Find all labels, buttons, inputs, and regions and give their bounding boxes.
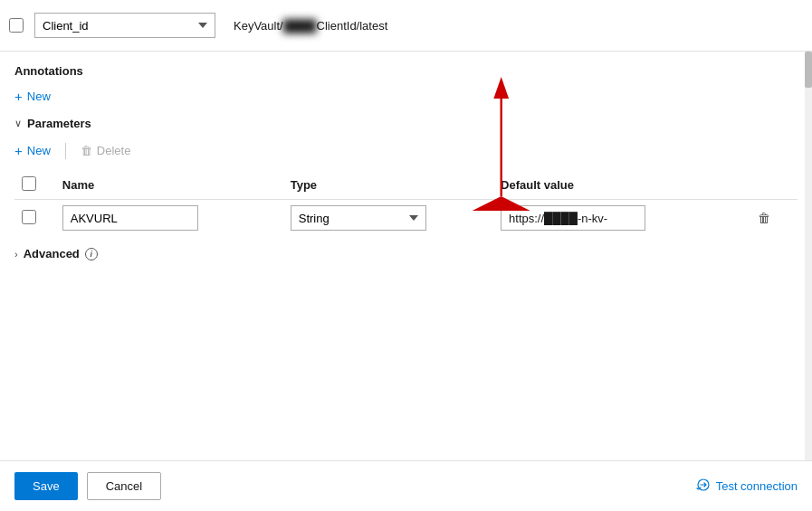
parameters-section: ∨ Parameters + New 🗑 Delete <box>14 117 798 236</box>
header-check-col <box>14 171 55 200</box>
row-delete-button[interactable]: 🗑 <box>754 209 774 227</box>
parameters-chevron-icon: ∨ <box>14 118 22 129</box>
top-row: Client_id KeyVault/████ClientId/latest <box>0 0 812 52</box>
row-name-input[interactable] <box>62 205 198 231</box>
advanced-info-icon: i <box>85 248 98 260</box>
test-connection-button[interactable]: Test connection <box>696 478 798 495</box>
parameters-header-row: Name Type Default value <box>14 171 798 200</box>
row-type-select[interactable]: String Int Float Bool Array Object <box>291 205 426 231</box>
keyvault-blurred: ████ <box>283 19 317 33</box>
parameters-table-body: String Int Float Bool Array Object <box>14 200 798 237</box>
test-connection-label: Test connection <box>716 479 798 493</box>
header-action-col <box>747 171 798 200</box>
advanced-chevron-icon: › <box>14 249 18 260</box>
parameters-plus-icon: + <box>14 143 23 158</box>
row-checkbox-cell <box>14 200 55 237</box>
header-type-col: Type <box>283 171 493 200</box>
test-connection-icon <box>696 478 711 495</box>
scrollbar-track <box>805 52 812 460</box>
advanced-label: Advanced <box>24 247 80 260</box>
row-name-cell <box>55 200 283 237</box>
row-type-cell: String Int Float Bool Array Object <box>283 200 493 237</box>
header-default-col: Default value <box>493 171 747 200</box>
row-default-input[interactable] <box>501 205 645 231</box>
table-row: String Int Float Bool Array Object <box>14 200 798 237</box>
footer: Save Cancel Test connection <box>0 460 812 511</box>
params-header-checkbox[interactable] <box>22 176 36 191</box>
parameters-table: Name Type Default value <box>14 171 798 236</box>
toolbar-separator <box>65 143 66 159</box>
parameters-delete-button[interactable]: 🗑 Delete <box>73 140 139 161</box>
footer-left: Save Cancel <box>14 472 161 500</box>
advanced-section[interactable]: › Advanced i <box>14 247 798 260</box>
keyvault-path-text: KeyVault/████ClientId/latest <box>234 19 387 33</box>
main-container: Client_id KeyVault/████ClientId/latest A… <box>0 0 812 511</box>
row-trash-icon: 🗑 <box>758 211 770 225</box>
row-action-cell: 🗑 <box>747 200 798 237</box>
content-area: Annotations + New ∨ Parameters + New 🗑 D… <box>0 52 812 460</box>
row-checkbox[interactable] <box>22 210 36 224</box>
parameters-toolbar: + New 🗑 Delete <box>14 139 798 162</box>
top-row-checkbox[interactable] <box>9 18 24 33</box>
client-id-dropdown[interactable]: Client_id <box>34 13 215 38</box>
cancel-button[interactable]: Cancel <box>87 472 161 500</box>
header-name-col: Name <box>55 171 283 200</box>
parameters-label: Parameters <box>27 117 91 130</box>
trash-icon: 🗑 <box>81 144 92 157</box>
scrollbar-thumb[interactable] <box>805 52 812 88</box>
save-button[interactable]: Save <box>14 472 78 500</box>
row-default-cell <box>493 200 747 237</box>
annotations-new-label: New <box>27 90 51 103</box>
annotations-new-button[interactable]: + New <box>14 85 51 108</box>
parameters-new-label: New <box>27 144 51 157</box>
parameters-delete-label: Delete <box>97 144 131 157</box>
parameters-new-button[interactable]: + New <box>14 139 58 162</box>
annotations-plus-icon: + <box>14 89 23 104</box>
parameters-table-header: Name Type Default value <box>14 171 798 200</box>
parameters-section-header[interactable]: ∨ Parameters <box>14 117 798 130</box>
annotations-label: Annotations <box>14 64 798 78</box>
